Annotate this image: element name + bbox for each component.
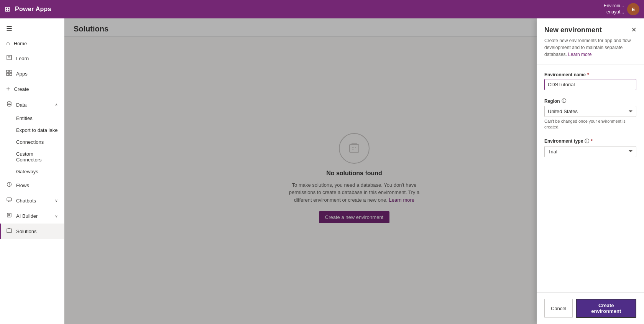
- env-name-label: Environment name *: [544, 72, 636, 77]
- svg-rect-6: [10, 73, 12, 76]
- env-type-required: *: [591, 138, 593, 144]
- sidebar-label-chatbots: Chatbots: [16, 198, 36, 204]
- topbar-right: Environi... enayut... E: [604, 3, 639, 15]
- home-icon: ⌂: [6, 40, 10, 47]
- sidebar-item-entities[interactable]: Entities: [0, 112, 64, 124]
- sidebar-item-solutions[interactable]: Solutions: [0, 224, 64, 239]
- sidebar-label-home: Home: [14, 41, 27, 46]
- svg-point-7: [7, 102, 11, 103]
- chatbots-chevron-icon: ∨: [55, 198, 58, 203]
- sidebar-item-flows[interactable]: Flows: [0, 178, 64, 193]
- sidebar: ☰ ⌂ Home Learn Apps + Create Data ∧: [0, 18, 64, 324]
- svg-rect-3: [7, 70, 9, 72]
- env-type-select[interactable]: Trial Production Sandbox: [544, 146, 636, 157]
- env-line1: Environi...: [604, 3, 624, 9]
- panel-footer: Cancel Create environment: [537, 292, 644, 324]
- region-hint: Can't be changed once your environment i…: [544, 118, 636, 130]
- sidebar-label-ai-builder: AI Builder: [16, 213, 38, 219]
- apps-icon: [6, 70, 12, 77]
- solutions-icon: [6, 227, 12, 235]
- sidebar-item-learn[interactable]: Learn: [0, 51, 64, 66]
- ai-builder-chevron-icon: ∨: [55, 214, 58, 219]
- environment-info: Environi... enayut...: [604, 3, 624, 15]
- sidebar-label-gateways: Gateways: [16, 169, 38, 174]
- sidebar-label-learn: Learn: [16, 56, 29, 61]
- env-name-field: Environment name *: [544, 72, 636, 90]
- panel-close-button[interactable]: ✕: [630, 25, 638, 35]
- sidebar-item-custom-connectors[interactable]: Custom Connectors: [0, 148, 64, 166]
- svg-rect-10: [7, 213, 11, 217]
- svg-rect-4: [10, 70, 12, 72]
- env-type-label: Environment type ⓘ *: [544, 138, 636, 145]
- avatar[interactable]: E: [627, 3, 639, 15]
- panel-body: Environment name * Region ⓘ United State…: [537, 64, 644, 292]
- new-environment-panel: New environment Create new environments …: [537, 18, 644, 324]
- sidebar-item-export[interactable]: Export to data lake: [0, 124, 64, 136]
- env-name-input[interactable]: [544, 79, 636, 90]
- sidebar-label-custom-connectors: Custom Connectors: [16, 151, 58, 163]
- chatbots-icon: [6, 197, 12, 204]
- flows-icon: [6, 181, 12, 189]
- env-type-info-icon[interactable]: ⓘ: [585, 138, 589, 145]
- region-label: Region ⓘ: [544, 98, 636, 104]
- sidebar-label-entities: Entities: [16, 115, 33, 121]
- sidebar-label-apps: Apps: [16, 71, 28, 77]
- sidebar-label-solutions: Solutions: [16, 229, 36, 234]
- learn-icon: [6, 54, 12, 62]
- region-info-icon[interactable]: ⓘ: [562, 98, 566, 104]
- sidebar-item-apps[interactable]: Apps: [0, 66, 64, 81]
- region-select[interactable]: United States Europe Asia United Kingdom…: [544, 106, 636, 117]
- ai-builder-icon: [6, 212, 12, 220]
- grid-icon[interactable]: ⊞: [5, 5, 10, 13]
- sidebar-label-export: Export to data lake: [16, 127, 58, 133]
- create-environment-button[interactable]: Create environment: [576, 299, 636, 318]
- sidebar-label-flows: Flows: [16, 183, 29, 188]
- svg-rect-0: [7, 55, 12, 60]
- sidebar-item-ai-builder[interactable]: AI Builder ∨: [0, 208, 64, 224]
- sidebar-item-create[interactable]: + Create: [0, 81, 64, 97]
- panel-header: New environment Create new environments …: [537, 18, 644, 64]
- svg-rect-9: [7, 198, 12, 201]
- data-chevron-icon: ∧: [55, 102, 58, 107]
- app-logo: Power Apps: [15, 6, 51, 13]
- create-icon: +: [6, 85, 10, 93]
- sidebar-item-chatbots[interactable]: Chatbots ∨: [0, 193, 64, 208]
- panel-title: New environment: [544, 26, 636, 34]
- content-area: Solutions No solutions found To make sol…: [64, 18, 644, 324]
- collapse-button[interactable]: ☰: [0, 21, 64, 36]
- sidebar-item-home[interactable]: ⌂ Home: [0, 36, 64, 51]
- cancel-button[interactable]: Cancel: [544, 299, 573, 318]
- sidebar-label-connections: Connections: [16, 139, 44, 145]
- data-icon: [6, 101, 12, 109]
- env-line2: enayut...: [604, 9, 624, 15]
- sidebar-label-data: Data: [16, 102, 26, 108]
- sidebar-item-gateways[interactable]: Gateways: [0, 166, 64, 178]
- env-type-field: Environment type ⓘ * Trial Production Sa…: [544, 138, 636, 157]
- sidebar-item-connections[interactable]: Connections: [0, 136, 64, 148]
- env-name-required: *: [587, 72, 589, 77]
- sidebar-item-data[interactable]: Data ∧: [0, 97, 64, 112]
- main-layout: ☰ ⌂ Home Learn Apps + Create Data ∧: [0, 18, 644, 324]
- topbar: ⊞ Power Apps Environi... enayut... E: [0, 0, 644, 18]
- region-field: Region ⓘ United States Europe Asia Unite…: [544, 98, 636, 130]
- svg-rect-5: [7, 73, 9, 76]
- panel-description: Create new environments for app and flow…: [544, 37, 636, 58]
- panel-learn-more-link[interactable]: Learn more: [568, 52, 591, 57]
- sidebar-label-create: Create: [14, 86, 29, 92]
